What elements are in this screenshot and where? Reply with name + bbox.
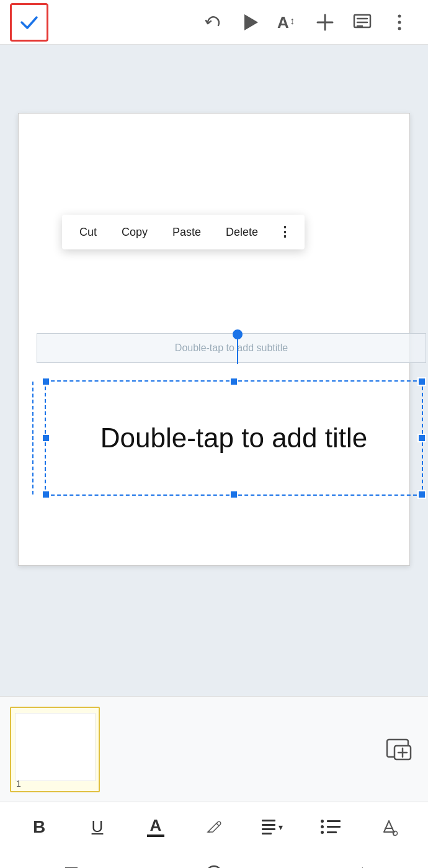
subtitle-placeholder: Double-tap to add subtitle (175, 342, 288, 354)
pencil-icon (205, 818, 223, 836)
comment-icon (352, 12, 372, 32)
home-icon (205, 864, 223, 868)
cursor-dot (233, 329, 243, 339)
handle-top-center[interactable] (230, 377, 238, 386)
title-text: Double-tap to add title (100, 423, 368, 454)
handle-bottom-left[interactable] (42, 490, 50, 499)
bold-icon: B (33, 817, 45, 837)
thumbnail-strip: 1 (0, 696, 428, 802)
svg-text:A: A (277, 13, 289, 32)
svg-text:↕: ↕ (290, 16, 295, 26)
slide[interactable]: Double-tap to add subtitle Double-tap to… (18, 113, 410, 566)
undo-icon (203, 12, 224, 33)
fill-icon (379, 817, 399, 837)
text-size-button[interactable]: A ↕ (269, 4, 306, 41)
svg-marker-0 (244, 14, 258, 30)
handle-bottom-right[interactable] (417, 490, 426, 499)
play-button[interactable] (232, 4, 269, 41)
comment-button[interactable] (344, 4, 381, 41)
underline-icon: U (92, 817, 104, 836)
handle-top-left[interactable] (42, 377, 50, 386)
handle-middle-left[interactable] (42, 434, 50, 442)
list-button[interactable] (313, 810, 348, 844)
handle-middle-right[interactable] (417, 434, 426, 442)
left-dash (32, 382, 33, 494)
add-slide-icon (385, 735, 414, 764)
slide-number: 1 (16, 779, 21, 789)
align-icon (262, 820, 275, 834)
context-menu-more[interactable]: ⋮ (270, 217, 300, 248)
context-menu: Cut Copy Paste Delete ⋮ (62, 215, 305, 249)
check-button[interactable] (10, 3, 48, 42)
list-icon (321, 820, 341, 834)
home-button[interactable] (195, 855, 233, 868)
stop-button[interactable] (53, 855, 90, 868)
text-size-icon: A ↕ (276, 12, 300, 33)
add-button[interactable] (306, 4, 344, 41)
undo-button[interactable] (195, 4, 232, 41)
subtitle-field[interactable]: Double-tap to add subtitle (37, 333, 426, 363)
svg-point-9 (398, 14, 401, 17)
stop-icon (63, 865, 80, 868)
align-icon-group: ▾ (262, 820, 283, 834)
cut-menu-item[interactable]: Cut (67, 218, 109, 246)
svg-point-11 (398, 27, 401, 30)
nav-bar (0, 851, 428, 868)
font-color-icon: A (147, 817, 164, 837)
underline-button[interactable]: U (80, 810, 115, 844)
align-chevron: ▾ (279, 822, 283, 832)
slide-thumb-inner (15, 713, 96, 781)
copy-menu-item[interactable]: Copy (109, 218, 160, 246)
font-color-button[interactable]: A (138, 810, 173, 844)
top-toolbar: A ↕ (0, 0, 428, 45)
bold-button[interactable]: B (22, 810, 56, 844)
canvas-area: Double-tap to add subtitle Double-tap to… (0, 45, 428, 696)
slide-thumbnail-1[interactable]: 1 (10, 707, 100, 792)
check-icon (19, 12, 39, 32)
svg-line-17 (216, 823, 219, 826)
align-button[interactable]: ▾ (255, 810, 290, 844)
fill-button[interactable] (372, 810, 406, 844)
more-icon (396, 13, 403, 32)
add-icon (316, 13, 334, 32)
back-icon (349, 865, 364, 868)
draw-button[interactable] (197, 810, 231, 844)
title-box[interactable]: Double-tap to add title (45, 380, 423, 496)
title-box-inner: Double-tap to add title (45, 380, 423, 496)
cursor-line (237, 339, 238, 364)
add-slide-button[interactable] (383, 733, 416, 766)
back-button[interactable] (338, 855, 375, 868)
play-icon (242, 12, 259, 33)
handle-top-right[interactable] (417, 377, 426, 386)
svg-point-10 (398, 20, 401, 24)
format-toolbar: B U A ▾ (0, 802, 428, 851)
paste-menu-item[interactable]: Paste (160, 218, 213, 246)
more-button[interactable] (381, 4, 418, 41)
delete-menu-item[interactable]: Delete (213, 218, 270, 246)
handle-bottom-center[interactable] (230, 490, 238, 499)
